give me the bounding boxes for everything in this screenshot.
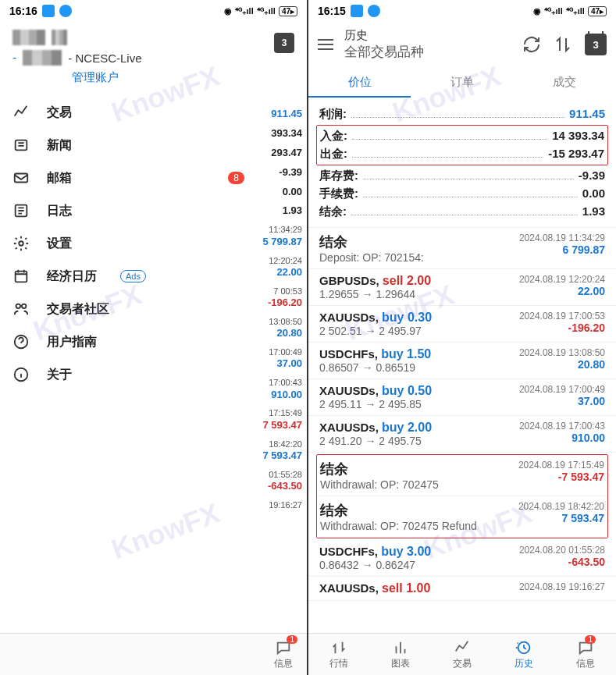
wifi-icon: ◉ <box>533 6 541 16</box>
transaction-item[interactable]: USDCHFs, buy 3.000.86432 → 0.862472024.0… <box>308 540 616 577</box>
tab-1[interactable]: 订单 <box>411 67 513 98</box>
menu-label: 经济日历 <box>47 268 97 285</box>
battery-icon: 47▸ <box>279 6 297 16</box>
menu-label: 日志 <box>47 203 72 219</box>
menu-item-help[interactable]: 用户指南 <box>0 325 307 358</box>
community-icon <box>12 300 30 318</box>
nav-quotes[interactable]: 行情 <box>308 634 370 675</box>
refresh-icon[interactable] <box>522 35 541 54</box>
signal-icon-2: ⁴ᴳ₊ıll <box>257 6 276 16</box>
sort-icon[interactable] <box>554 35 572 54</box>
summary-block: 利润:911.45入金:14 393.34出金:-15 293.47库存费:-9… <box>308 98 616 228</box>
blur-3 <box>23 50 62 66</box>
mail-icon <box>12 169 30 187</box>
menu-label: 设置 <box>47 236 72 252</box>
menu-item-news[interactable]: 新闻 <box>0 129 307 162</box>
drawer-menu: 交易新闻邮箱8日志设置经济日历Ads交易者社区用户指南关于 <box>0 93 307 394</box>
summary-row: 入金:14 393.34 <box>320 127 604 145</box>
transaction-item[interactable]: 结余Withdrawal: OP: 702475 Refund2024.08.1… <box>317 496 607 538</box>
menu-label: 关于 <box>47 367 72 383</box>
quotes-icon <box>329 638 348 657</box>
trade2-icon <box>453 638 472 657</box>
nav-badge: 1 <box>585 635 596 644</box>
summary-row: 出金:-15 293.47 <box>320 145 604 163</box>
menu-label: 邮箱 <box>47 170 72 187</box>
transaction-item[interactable]: XAUUSDs, buy 0.302 502.51 → 2 495.972024… <box>308 306 616 343</box>
calendar-icon <box>12 268 30 285</box>
summary-row: 利润:911.45 <box>319 105 605 123</box>
menu-item-info[interactable]: 关于 <box>0 358 307 391</box>
hamburger-icon[interactable] <box>318 39 333 50</box>
bottom-nav-right: 行情图表交易历史1信息 <box>308 633 616 675</box>
right-panel: 16:15 ◉ ⁴ᴳ₊ıll ⁴ᴳ₊ıll 47▸ 历史 全部交易品种 3 <box>308 0 616 675</box>
summary-row: 手续费:0.00 <box>319 185 605 203</box>
svg-point-5 <box>16 304 20 309</box>
transaction-item[interactable]: GBPUSDs, sell 2.001.29655 → 1.296442024.… <box>308 269 616 306</box>
nav-trade2[interactable]: 交易 <box>432 634 493 675</box>
menu-item-community[interactable]: 交易者社区 <box>0 293 307 325</box>
info-icon <box>12 366 30 383</box>
transaction-item[interactable]: XAUUSDs, buy 2.002 491.20 → 2 495.752024… <box>308 416 616 453</box>
news-icon <box>12 137 30 154</box>
svg-point-3 <box>19 241 23 246</box>
calendar-badge-icon[interactable]: 3 <box>585 34 607 55</box>
status-bar-right: 16:15 ◉ ⁴ᴳ₊ıll ⁴ᴳ₊ıll 47▸ <box>308 0 616 22</box>
menu-item-calendar[interactable]: 经济日历Ads <box>0 260 307 293</box>
tab-0[interactable]: 价位 <box>308 67 411 98</box>
manage-account-link[interactable]: 管理账户 <box>72 70 294 85</box>
summary-row: 结余:1.93 <box>319 203 605 221</box>
menu-item-gear[interactable]: 设置 <box>0 227 307 260</box>
transaction-item[interactable]: XAUUSDs, sell 1.002024.08.19 19:16:27 <box>308 577 616 601</box>
nav-message[interactable]: 1信息 <box>554 634 616 675</box>
tab-2[interactable]: 成交 <box>514 67 616 98</box>
app-header: 历史 全部交易品种 3 <box>308 22 616 67</box>
wifi-icon: ◉ <box>224 6 232 16</box>
menu-item-log[interactable]: 日志 <box>0 194 307 227</box>
trade-icon <box>12 104 30 121</box>
log-icon <box>12 202 30 219</box>
signal-icon: ⁴ᴳ₊ıll <box>235 6 254 16</box>
chart-icon <box>391 638 410 657</box>
highlight-deposit-withdrawal: 入金:14 393.34出金:-15 293.47 <box>316 125 608 165</box>
transaction-item[interactable]: 结余Deposit: OP: 702154:2024.08.19 11:34:2… <box>308 228 616 269</box>
peek-row: 01:55:28-643.50 <box>262 466 307 496</box>
nav-chart[interactable]: 图表 <box>370 634 432 675</box>
status-time: 16:15 <box>318 5 346 17</box>
account-server: - NCESC-Live <box>68 52 141 65</box>
header-subtitle[interactable]: 全部交易品种 <box>344 43 511 61</box>
menu-label: 用户指南 <box>47 334 97 350</box>
nav-message-left[interactable]: 1 信息 <box>260 634 307 675</box>
history-icon <box>515 638 533 657</box>
signal-icon: ⁴ᴳ₊ıll <box>544 6 563 16</box>
ads-chip: Ads <box>120 270 146 282</box>
menu-item-mail[interactable]: 邮箱8 <box>0 162 307 194</box>
app-icon-1 <box>351 5 363 17</box>
left-panel: 16:16 ◉ ⁴ᴳ₊ıll ⁴ᴳ₊ıll 47▸ - - NCESC-Live <box>0 0 308 675</box>
app-icon-2 <box>368 5 380 17</box>
status-bar-left: 16:16 ◉ ⁴ᴳ₊ıll ⁴ᴳ₊ıll 47▸ <box>0 0 307 22</box>
menu-label: 交易 <box>47 105 72 121</box>
transaction-item[interactable]: USDCHFs, buy 1.500.86507 → 0.865192024.0… <box>308 343 616 379</box>
menu-label: 新闻 <box>47 137 72 154</box>
transaction-item[interactable]: 结余Withdrawal: OP: 7024752024.08.19 17:15… <box>317 455 607 496</box>
transaction-list[interactable]: 结余Deposit: OP: 702154:2024.08.19 11:34:2… <box>308 228 616 601</box>
header-title: 历史 <box>344 28 511 43</box>
status-time: 16:16 <box>9 5 37 17</box>
transaction-item[interactable]: XAUUSDs, buy 0.502 495.11 → 2 495.852024… <box>308 379 616 416</box>
badge: 8 <box>228 172 244 184</box>
svg-rect-1 <box>15 174 28 183</box>
drawer-header: - - NCESC-Live 管理账户 <box>0 22 307 93</box>
peek-row: 18:42:207 593.47 <box>262 435 307 466</box>
battery-icon: 47▸ <box>588 6 607 16</box>
svg-point-6 <box>22 304 26 309</box>
svg-rect-4 <box>16 272 27 282</box>
highlight-withdrawal-refund: 结余Withdrawal: OP: 7024752024.08.19 17:15… <box>316 454 608 538</box>
blur-2 <box>52 30 67 45</box>
peek-row: 17:15:497 593.47 <box>262 404 307 435</box>
help-icon <box>12 333 30 350</box>
summary-row: 库存费:-9.39 <box>319 167 605 185</box>
menu-label: 交易者社区 <box>47 301 109 318</box>
menu-item-trade[interactable]: 交易 <box>0 96 307 129</box>
signal-icon-2: ⁴ᴳ₊ıll <box>566 6 585 16</box>
nav-history[interactable]: 历史 <box>493 634 554 675</box>
